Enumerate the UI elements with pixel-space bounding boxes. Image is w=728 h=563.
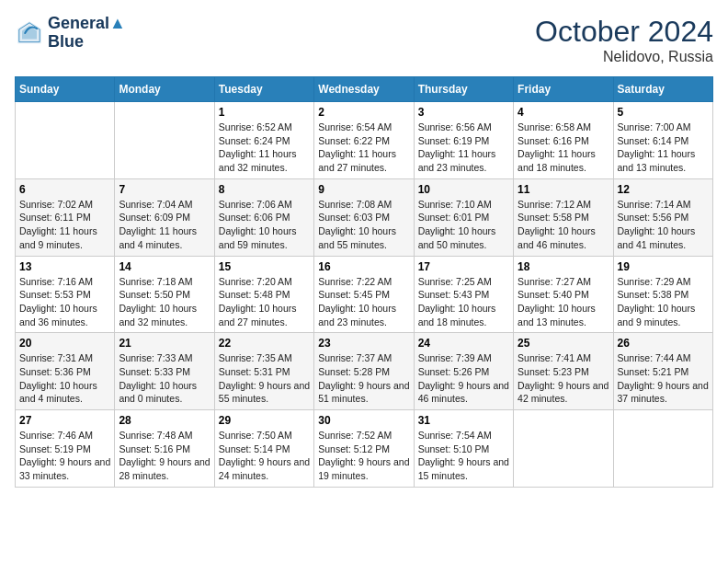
- day-number: 4: [518, 106, 609, 119]
- day-number: 28: [119, 414, 210, 427]
- calendar-cell: [613, 410, 712, 488]
- weekday-header-row: SundayMondayTuesdayWednesdayThursdayFrid…: [16, 77, 713, 102]
- day-number: 16: [318, 260, 409, 273]
- day-info: Sunrise: 6:54 AM Sunset: 6:22 PM Dayligh…: [318, 121, 409, 175]
- day-info: Sunrise: 7:02 AM Sunset: 6:11 PM Dayligh…: [19, 198, 110, 252]
- day-number: 25: [518, 337, 609, 350]
- day-info: Sunrise: 7:12 AM Sunset: 5:58 PM Dayligh…: [518, 198, 609, 252]
- calendar-cell: 26 Sunrise: 7:44 AM Sunset: 5:21 PM Dayl…: [613, 333, 712, 410]
- calendar-cell: 28 Sunrise: 7:48 AM Sunset: 5:16 PM Dayl…: [115, 410, 214, 488]
- weekday-header: Saturday: [613, 77, 712, 102]
- day-info: Sunrise: 6:56 AM Sunset: 6:19 PM Dayligh…: [418, 121, 509, 175]
- calendar-cell: 16 Sunrise: 7:22 AM Sunset: 5:45 PM Dayl…: [314, 256, 414, 333]
- calendar-cell: 30 Sunrise: 7:52 AM Sunset: 5:12 PM Dayl…: [314, 410, 414, 488]
- weekday-header: Friday: [514, 77, 613, 102]
- day-number: 30: [318, 414, 409, 427]
- weekday-header: Tuesday: [214, 77, 313, 102]
- day-info: Sunrise: 7:52 AM Sunset: 5:12 PM Dayligh…: [318, 429, 409, 483]
- weekday-header: Thursday: [414, 77, 513, 102]
- calendar-cell: 15 Sunrise: 7:20 AM Sunset: 5:48 PM Dayl…: [214, 256, 313, 333]
- day-number: 21: [119, 337, 210, 350]
- day-info: Sunrise: 7:27 AM Sunset: 5:40 PM Dayligh…: [518, 275, 609, 329]
- calendar-cell: 17 Sunrise: 7:25 AM Sunset: 5:43 PM Dayl…: [414, 256, 513, 333]
- calendar-cell: 13 Sunrise: 7:16 AM Sunset: 5:53 PM Dayl…: [16, 256, 115, 333]
- calendar-cell: [514, 410, 613, 488]
- day-number: 23: [318, 337, 409, 350]
- day-number: 19: [618, 260, 709, 273]
- day-info: Sunrise: 6:52 AM Sunset: 6:24 PM Dayligh…: [219, 121, 310, 175]
- day-number: 26: [618, 337, 709, 350]
- day-number: 7: [119, 183, 210, 196]
- calendar-cell: 24 Sunrise: 7:39 AM Sunset: 5:26 PM Dayl…: [414, 333, 513, 410]
- calendar-week-row: 13 Sunrise: 7:16 AM Sunset: 5:53 PM Dayl…: [16, 256, 713, 333]
- day-number: 17: [418, 260, 509, 273]
- day-info: Sunrise: 7:39 AM Sunset: 5:26 PM Dayligh…: [418, 351, 509, 406]
- day-info: Sunrise: 7:18 AM Sunset: 5:50 PM Dayligh…: [119, 275, 210, 329]
- calendar-cell: 1 Sunrise: 6:52 AM Sunset: 6:24 PM Dayli…: [214, 102, 313, 179]
- day-number: 14: [119, 260, 210, 273]
- calendar-cell: 10 Sunrise: 7:10 AM Sunset: 6:01 PM Dayl…: [414, 178, 513, 256]
- day-number: 13: [19, 260, 110, 273]
- calendar-week-row: 20 Sunrise: 7:31 AM Sunset: 5:36 PM Dayl…: [16, 333, 713, 410]
- calendar-cell: 9 Sunrise: 7:08 AM Sunset: 6:03 PM Dayli…: [314, 178, 414, 256]
- calendar-cell: 12 Sunrise: 7:14 AM Sunset: 5:56 PM Dayl…: [613, 178, 712, 256]
- day-info: Sunrise: 7:48 AM Sunset: 5:16 PM Dayligh…: [119, 429, 210, 483]
- calendar-cell: 20 Sunrise: 7:31 AM Sunset: 5:36 PM Dayl…: [16, 333, 115, 410]
- day-info: Sunrise: 7:41 AM Sunset: 5:23 PM Dayligh…: [518, 351, 609, 406]
- calendar-cell: 11 Sunrise: 7:12 AM Sunset: 5:58 PM Dayl…: [514, 178, 613, 256]
- page-header: General▲ Blue October 2024 Nelidovo, Rus…: [15, 15, 713, 65]
- day-number: 10: [418, 183, 509, 196]
- month-title: October 2024: [535, 15, 713, 49]
- calendar-table: SundayMondayTuesdayWednesdayThursdayFrid…: [15, 76, 713, 488]
- title-block: October 2024 Nelidovo, Russia: [535, 15, 713, 65]
- calendar-cell: 21 Sunrise: 7:33 AM Sunset: 5:33 PM Dayl…: [115, 333, 214, 410]
- calendar-cell: 6 Sunrise: 7:02 AM Sunset: 6:11 PM Dayli…: [16, 178, 115, 256]
- day-info: Sunrise: 7:33 AM Sunset: 5:33 PM Dayligh…: [119, 351, 210, 406]
- calendar-cell: 27 Sunrise: 7:46 AM Sunset: 5:19 PM Dayl…: [16, 410, 115, 488]
- day-info: Sunrise: 7:35 AM Sunset: 5:31 PM Dayligh…: [219, 351, 310, 406]
- day-info: Sunrise: 7:37 AM Sunset: 5:28 PM Dayligh…: [318, 351, 409, 406]
- logo-text: General▲ Blue: [48, 15, 126, 52]
- calendar-header: SundayMondayTuesdayWednesdayThursdayFrid…: [16, 77, 713, 102]
- calendar-cell: [115, 102, 214, 179]
- day-number: 27: [19, 414, 110, 427]
- calendar-cell: 25 Sunrise: 7:41 AM Sunset: 5:23 PM Dayl…: [514, 333, 613, 410]
- calendar-week-row: 27 Sunrise: 7:46 AM Sunset: 5:19 PM Dayl…: [16, 410, 713, 488]
- calendar-body: 1 Sunrise: 6:52 AM Sunset: 6:24 PM Dayli…: [16, 102, 713, 488]
- day-info: Sunrise: 7:25 AM Sunset: 5:43 PM Dayligh…: [418, 275, 509, 329]
- day-number: 3: [418, 106, 509, 119]
- calendar-cell: 19 Sunrise: 7:29 AM Sunset: 5:38 PM Dayl…: [613, 256, 712, 333]
- calendar-cell: 8 Sunrise: 7:06 AM Sunset: 6:06 PM Dayli…: [214, 178, 313, 256]
- weekday-header: Wednesday: [314, 77, 414, 102]
- logo: General▲ Blue: [15, 15, 126, 52]
- day-info: Sunrise: 7:50 AM Sunset: 5:14 PM Dayligh…: [219, 429, 310, 483]
- day-number: 22: [219, 337, 310, 350]
- day-info: Sunrise: 7:54 AM Sunset: 5:10 PM Dayligh…: [418, 429, 509, 483]
- day-number: 1: [219, 106, 310, 119]
- calendar-cell: 5 Sunrise: 7:00 AM Sunset: 6:14 PM Dayli…: [613, 102, 712, 179]
- calendar-cell: 31 Sunrise: 7:54 AM Sunset: 5:10 PM Dayl…: [414, 410, 513, 488]
- day-number: 9: [318, 183, 409, 196]
- weekday-header: Sunday: [16, 77, 115, 102]
- day-number: 31: [418, 414, 509, 427]
- day-number: 29: [219, 414, 310, 427]
- day-info: Sunrise: 7:46 AM Sunset: 5:19 PM Dayligh…: [19, 429, 110, 483]
- day-info: Sunrise: 7:14 AM Sunset: 5:56 PM Dayligh…: [618, 198, 709, 252]
- day-number: 2: [318, 106, 409, 119]
- calendar-cell: 14 Sunrise: 7:18 AM Sunset: 5:50 PM Dayl…: [115, 256, 214, 333]
- day-number: 24: [418, 337, 509, 350]
- day-info: Sunrise: 7:04 AM Sunset: 6:09 PM Dayligh…: [119, 198, 210, 252]
- day-number: 11: [518, 183, 609, 196]
- calendar-cell: 22 Sunrise: 7:35 AM Sunset: 5:31 PM Dayl…: [214, 333, 313, 410]
- calendar-cell: 29 Sunrise: 7:50 AM Sunset: 5:14 PM Dayl…: [214, 410, 313, 488]
- calendar-cell: 2 Sunrise: 6:54 AM Sunset: 6:22 PM Dayli…: [314, 102, 414, 179]
- day-number: 20: [19, 337, 110, 350]
- day-number: 6: [19, 183, 110, 196]
- day-info: Sunrise: 7:10 AM Sunset: 6:01 PM Dayligh…: [418, 198, 509, 252]
- day-info: Sunrise: 7:31 AM Sunset: 5:36 PM Dayligh…: [19, 351, 110, 406]
- day-info: Sunrise: 7:22 AM Sunset: 5:45 PM Dayligh…: [318, 275, 409, 329]
- day-info: Sunrise: 7:29 AM Sunset: 5:38 PM Dayligh…: [618, 275, 709, 329]
- weekday-header: Monday: [115, 77, 214, 102]
- calendar-week-row: 1 Sunrise: 6:52 AM Sunset: 6:24 PM Dayli…: [16, 102, 713, 179]
- calendar-cell: 23 Sunrise: 7:37 AM Sunset: 5:28 PM Dayl…: [314, 333, 414, 410]
